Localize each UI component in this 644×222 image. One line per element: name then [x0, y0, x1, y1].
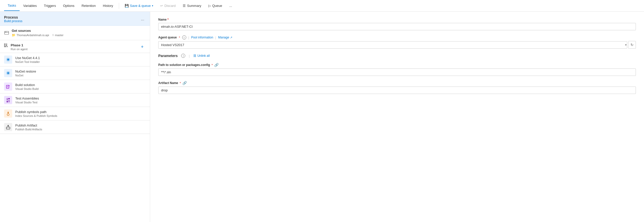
agent-queue-required: *	[179, 36, 180, 39]
svg-rect-6	[4, 45, 5, 46]
process-header: Process Build process ...	[0, 12, 150, 26]
svg-rect-0	[5, 31, 9, 34]
save-icon: 💾	[125, 4, 129, 8]
branch-icon: ⑂	[52, 33, 54, 37]
nuget-task-icon	[4, 55, 12, 64]
unlink-all-button[interactable]: ⛓ Unlink all	[193, 54, 210, 58]
name-input[interactable]	[158, 23, 636, 30]
nav-tab-history[interactable]: History	[99, 1, 117, 11]
parameters-info-icon[interactable]: i	[181, 54, 185, 58]
phase-title-row: Phase 1	[4, 43, 139, 47]
get-sources-meta: 📁 ThomasArdal/elmah.io.api ⑂ master	[12, 33, 146, 37]
get-sources-title: Get sources	[12, 29, 146, 33]
name-form-group: Name *	[158, 18, 636, 30]
repo-meta: 📁 ThomasArdal/elmah.io.api	[12, 33, 49, 37]
task-item-build[interactable]: Build solution Visual Studio Build	[0, 80, 150, 93]
external-link-icon: ↗	[230, 36, 232, 39]
build-task-content: Build solution Visual Studio Build	[15, 83, 146, 90]
test-task-icon	[4, 96, 12, 104]
get-sources-item[interactable]: Get sources 📁 ThomasArdal/elmah.io.api ⑂…	[0, 26, 150, 40]
nav-divider	[119, 3, 119, 9]
svg-marker-26	[7, 112, 9, 113]
agent-queue-select[interactable]: Hosted VS2017 Default Hosted Hosted Linu…	[158, 41, 627, 49]
build-task-icon	[4, 82, 12, 91]
svg-rect-2	[5, 32, 6, 32]
nav-tab-tasks[interactable]: Tasks	[4, 1, 20, 11]
agent-queue-form-group: Agent queue * i | Pool information | Man…	[158, 35, 636, 49]
svg-rect-20	[7, 98, 8, 101]
link-chain-icon: ⛓	[193, 54, 196, 58]
task-item-publish-artifact[interactable]: Publish Artifact Publish Build Artifacts	[0, 120, 150, 134]
nav-tab-variables[interactable]: Variables	[20, 1, 40, 11]
svg-rect-4	[4, 44, 6, 45]
path-form-group: Path to solution or packages.config * 🔗	[158, 63, 636, 76]
nuget-restore-task-icon	[4, 69, 12, 77]
test-task-content: Test Assemblies Visual Studio Test	[15, 96, 146, 104]
nuget-task-name: Use NuGet 4.4.1	[15, 56, 146, 60]
agent-queue-info-icon[interactable]: i	[182, 35, 186, 39]
phase-header: Phase 1 Run on agent +	[0, 40, 150, 53]
agent-queue-label: Agent queue	[158, 36, 177, 39]
artifact-link-icon[interactable]: 🔗	[182, 81, 187, 85]
save-queue-button[interactable]: 💾 Save & queue ▾	[122, 2, 156, 9]
phase-title-area: Phase 1 Run on agent	[4, 43, 139, 51]
svg-rect-8	[4, 46, 6, 47]
task-item-test[interactable]: Test Assemblies Visual Studio Test	[0, 93, 150, 107]
task-item-publish-symbols[interactable]: Publish symbols path Index Sources & Pub…	[0, 107, 150, 120]
phase-title: Phase 1	[11, 43, 23, 47]
svg-marker-19	[9, 85, 10, 86]
process-subtitle: Build process	[4, 19, 22, 23]
add-task-button[interactable]: +	[139, 44, 146, 51]
queue-button[interactable]: ▷ Queue	[206, 2, 225, 9]
separator-2: |	[215, 36, 216, 39]
phase-grid-icon	[4, 44, 9, 47]
right-panel: Name * Agent queue * i | Pool informatio…	[150, 12, 644, 222]
branch-name: master	[55, 34, 64, 37]
path-input[interactable]	[158, 68, 636, 76]
artifact-name-form-group: Artifact Name * 🔗	[158, 81, 636, 94]
svg-rect-7	[6, 45, 7, 46]
nuget-restore-task-name: NuGet restore	[15, 70, 146, 73]
process-info: Process Build process	[4, 15, 22, 23]
name-required: *	[167, 18, 169, 21]
discard-button[interactable]: ↩ Discard	[158, 2, 178, 9]
svg-rect-22	[8, 98, 10, 99]
nav-tab-options[interactable]: Options	[60, 1, 78, 11]
manage-link[interactable]: Manage ↗	[218, 36, 232, 39]
path-label-row: Path to solution or packages.config * 🔗	[158, 63, 636, 67]
get-sources-icon	[4, 30, 9, 35]
svg-rect-5	[6, 44, 7, 45]
repo-name: ThomasArdal/elmah.io.api	[17, 34, 49, 37]
parameters-header: Parameters i | ⛓ Unlink all	[158, 54, 636, 59]
task-item-nuget-restore[interactable]: NuGet restore NuGet	[0, 66, 150, 80]
publish-artifact-task-content: Publish Artifact Publish Build Artifacts	[15, 123, 146, 131]
path-required: *	[211, 63, 213, 67]
phase-subtitle: Run on agent	[11, 48, 139, 51]
publish-symbols-task-name: Publish symbols path	[15, 110, 146, 114]
test-task-desc: Visual Studio Test	[15, 101, 146, 104]
svg-rect-27	[6, 127, 10, 129]
pool-information-link[interactable]: Pool information	[191, 36, 213, 39]
build-task-desc: Visual Studio Build	[15, 87, 146, 90]
nuget-restore-task-content: NuGet restore NuGet	[15, 70, 146, 77]
summary-button[interactable]: ☰ Summary	[180, 2, 204, 9]
nav-tab-retention[interactable]: Retention	[78, 1, 99, 11]
nuget-task-content: Use NuGet 4.4.1 NuGet Tool Installer	[15, 56, 146, 63]
more-options-button[interactable]: ...	[227, 2, 235, 9]
svg-point-24	[7, 114, 9, 116]
svg-point-12	[8, 59, 9, 60]
path-link-icon[interactable]: 🔗	[214, 63, 219, 67]
process-more-button[interactable]: ...	[139, 16, 146, 22]
svg-marker-29	[7, 125, 9, 126]
svg-rect-16	[6, 85, 9, 88]
task-item-nuget[interactable]: Use NuGet 4.4.1 NuGet Tool Installer	[0, 53, 150, 66]
publish-artifact-task-desc: Publish Build Artifacts	[15, 128, 146, 131]
name-label: Name *	[158, 18, 636, 21]
svg-rect-3	[6, 32, 6, 32]
svg-point-15	[8, 73, 9, 74]
parameters-title: Parameters	[158, 54, 178, 58]
queue-icon: ▷	[208, 4, 211, 8]
nav-tab-triggers[interactable]: Triggers	[40, 1, 59, 11]
refresh-button[interactable]: ↻	[628, 41, 636, 49]
artifact-name-input[interactable]	[158, 87, 636, 94]
